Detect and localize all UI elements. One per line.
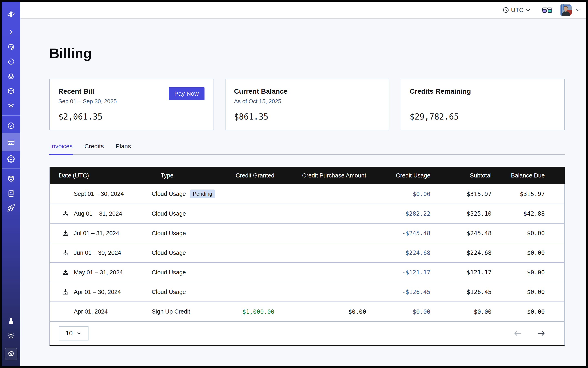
gauge-icon[interactable]: [2, 118, 20, 133]
tab-credits[interactable]: Credits: [84, 143, 105, 155]
table-row: Jul 01 – 31, 2024 Cloud Usage -$245.48 $…: [50, 223, 565, 243]
tab-plans[interactable]: Plans: [115, 143, 132, 155]
clock-icon: [502, 7, 509, 13]
credit-granted-value: [217, 243, 278, 263]
scan-spiral-icon[interactable]: [2, 40, 20, 54]
recent-bill-amount: $2,061.35: [58, 112, 205, 121]
column-header: Date (UTC): [50, 167, 152, 184]
sidebar: [2, 2, 20, 366]
invoice-type: Cloud Usage: [152, 249, 186, 256]
credit-purchase-value: [278, 243, 370, 263]
sidebar-divider: [2, 115, 20, 116]
column-header: Balance Due: [495, 167, 565, 184]
balance-due-value: $315.97: [495, 184, 565, 204]
invoice-period: Jul 01 – 31, 2024: [74, 230, 119, 237]
invoice-period: Jun 01 – 30, 2024: [74, 249, 121, 256]
invoice-period: Apr 01 – 30, 2024: [74, 289, 121, 295]
invoice-type: Sign Up Credit: [152, 308, 190, 315]
credit-usage-value: -$245.48: [370, 223, 434, 243]
recent-bill-card: Recent Bill Sep 01 – Sep 30, 2025 $2,061…: [49, 79, 213, 130]
table-row: Sept 01 – 30, 2024 Cloud Usage Pending $…: [50, 184, 565, 204]
docs-book-icon[interactable]: [2, 186, 20, 201]
invoices-table: Date (UTC)TypeCredit GrantedCredit Purch…: [49, 167, 565, 346]
invoice-period: May 01 – 31, 2024: [74, 269, 123, 276]
flask-icon[interactable]: [2, 314, 20, 328]
column-header: Credit Purchase Amount: [278, 167, 370, 184]
credit-purchase-value: [278, 204, 370, 223]
credit-granted-value: [217, 263, 278, 282]
topbar: UTC: [20, 2, 586, 19]
invoice-type: Cloud Usage: [152, 230, 186, 237]
credit-purchase-value: [278, 223, 370, 243]
tab-invoices[interactable]: Invoices: [49, 143, 73, 155]
subtotal-value: $325.10: [434, 204, 495, 223]
chevron-down-icon[interactable]: [575, 7, 581, 13]
download-invoice-button[interactable]: [62, 269, 69, 276]
pay-now-button[interactable]: Pay Now: [169, 87, 205, 100]
avatar[interactable]: [560, 4, 572, 16]
chevron-down-icon: [525, 7, 531, 13]
invoice-period: Sept 01 – 30, 2024: [74, 191, 124, 197]
credit-usage-value: $0.00: [370, 184, 434, 204]
orbit-logo-icon[interactable]: [2, 9, 20, 20]
chevron-down-icon: [76, 331, 81, 336]
credit-usage-value: -$126.45: [370, 282, 434, 302]
status-badge: Pending: [190, 190, 215, 198]
download-invoice-button[interactable]: [62, 249, 69, 256]
download-invoice-button[interactable]: [62, 230, 69, 237]
column-header: Credit Granted: [217, 167, 278, 184]
summary-cards: Recent Bill Sep 01 – Sep 30, 2025 $2,061…: [49, 79, 565, 130]
cube-icon[interactable]: [2, 84, 20, 98]
credit-granted-value: [217, 204, 278, 223]
credit-purchase-value: [278, 184, 370, 204]
page-size-value: 10: [66, 330, 72, 337]
layers-icon[interactable]: [2, 69, 20, 84]
timezone-label: UTC: [511, 7, 524, 13]
asterisk-icon[interactable]: [2, 98, 20, 113]
card-subtitle: [410, 98, 556, 105]
table-row: Apr 01 – 30, 2024 Cloud Usage -$126.45 $…: [50, 282, 565, 302]
sidebar-divider: [2, 168, 20, 169]
table-header-row: Date (UTC)TypeCredit GrantedCredit Purch…: [50, 167, 565, 184]
card-title: Current Balance: [234, 87, 380, 95]
arrow-left-icon[interactable]: [513, 329, 522, 338]
glasses-icon[interactable]: [542, 6, 552, 14]
sun-icon[interactable]: [2, 328, 20, 343]
page-size-select[interactable]: 10: [59, 326, 89, 340]
invoice-type: Cloud Usage: [152, 269, 186, 276]
current-balance-amount: $861.35: [234, 112, 380, 121]
rocket-icon[interactable]: [2, 201, 20, 215]
chevron-right-icon[interactable]: [2, 25, 20, 40]
table-row: Apr 01, 2024 Sign Up Credit $1,000.00 $0…: [50, 302, 565, 321]
credit-granted-value: [217, 223, 278, 243]
credit-usage-value: -$121.17: [370, 263, 434, 282]
subtotal-value: $0.00: [434, 302, 495, 321]
credit-granted-value: [217, 282, 278, 302]
credit-purchase-value: [278, 282, 370, 302]
balance-due-value: $0.00: [495, 302, 565, 321]
subtotal-value: $126.45: [434, 282, 495, 302]
table-row: May 01 – 31, 2024 Cloud Usage -$121.17 $…: [50, 263, 565, 282]
gear-icon[interactable]: [2, 151, 20, 166]
credit-usage-value: -$224.68: [370, 243, 434, 263]
credit-granted-value: $1,000.00: [217, 302, 278, 321]
balance-due-value: $0.00: [495, 243, 565, 263]
dollar-badge-icon[interactable]: [5, 348, 17, 360]
invoice-period: Apr 01, 2024: [74, 308, 108, 315]
timer-icon[interactable]: [2, 54, 20, 69]
billing-card-icon[interactable]: [2, 133, 20, 151]
card-subtitle: As of Oct 15, 2025: [234, 98, 380, 105]
current-balance-card: Current Balance As of Oct 15, 2025 $861.…: [225, 79, 389, 130]
billing-page: Billing Recent Bill Sep 01 – Sep 30, 202…: [20, 19, 586, 366]
table-row: Jun 01 – 30, 2024 Cloud Usage -$224.68 $…: [50, 243, 565, 263]
credit-usage-value: $0.00: [370, 302, 434, 321]
table-row: Aug 01 – 31, 2024 Cloud Usage -$282.22 $…: [50, 204, 565, 223]
subtotal-value: $224.68: [434, 243, 495, 263]
ship-wheel-icon[interactable]: [2, 171, 20, 186]
download-invoice-button[interactable]: [62, 288, 69, 295]
arrow-right-icon[interactable]: [537, 329, 546, 338]
subtotal-value: $315.97: [434, 184, 495, 204]
invoice-type: Cloud Usage: [152, 289, 186, 295]
download-invoice-button[interactable]: [62, 210, 69, 217]
timezone-selector[interactable]: UTC: [502, 7, 531, 13]
